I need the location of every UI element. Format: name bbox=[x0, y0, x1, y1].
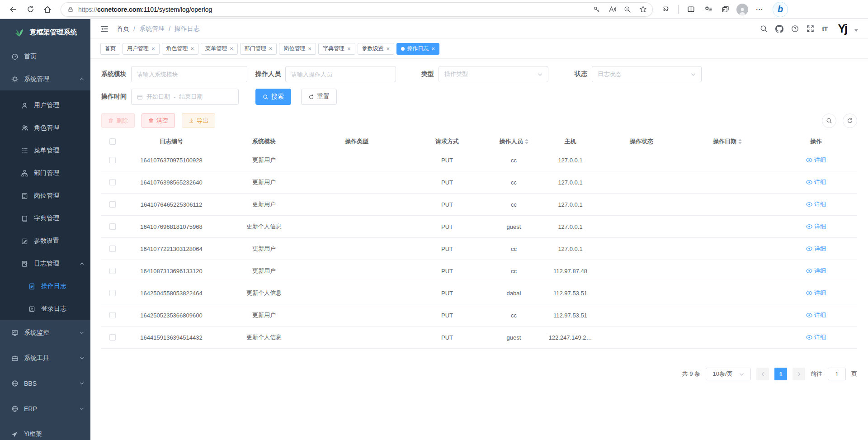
detail-link[interactable]: 详细 bbox=[806, 333, 826, 341]
tab-operation-log[interactable]: 操作日志× bbox=[396, 43, 439, 55]
github-link[interactable] bbox=[775, 25, 783, 33]
sidebar-item-yi-framework[interactable]: Yi框架 bbox=[0, 421, 90, 440]
sidebar-item-users[interactable]: 用户管理 bbox=[0, 94, 90, 117]
next-page-button[interactable] bbox=[793, 368, 805, 380]
extensions-button[interactable] bbox=[658, 2, 674, 17]
export-button[interactable]: 导出 bbox=[182, 113, 215, 128]
detail-link[interactable]: 详细 bbox=[806, 267, 826, 275]
sidebar-item-menus[interactable]: 菜单管理 bbox=[0, 139, 90, 162]
browser-profile-button[interactable] bbox=[735, 2, 750, 17]
sidebar-item-dictionary[interactable]: 字典管理 bbox=[0, 207, 90, 230]
prev-page-button[interactable] bbox=[756, 368, 769, 380]
password-button[interactable] bbox=[590, 2, 604, 17]
sidebar-item-roles[interactable]: 角色管理 bbox=[0, 117, 90, 139]
row-checkbox[interactable] bbox=[109, 334, 116, 341]
sort-carets-icon[interactable] bbox=[525, 139, 528, 144]
split-screen-button[interactable] bbox=[683, 2, 698, 17]
breadcrumb-home[interactable]: 首页 bbox=[117, 25, 129, 33]
sidebar-item-parameters[interactable]: 参数设置 bbox=[0, 230, 90, 252]
bing-copilot-icon[interactable]: b bbox=[773, 2, 788, 17]
sidebar-item-system[interactable]: 系统管理 bbox=[0, 68, 90, 90]
tab-close-icon[interactable]: × bbox=[308, 46, 311, 52]
tab-close-icon[interactable]: × bbox=[230, 46, 233, 52]
browser-refresh-button[interactable] bbox=[23, 2, 38, 17]
avatar-dropdown-caret-icon[interactable] bbox=[854, 29, 858, 32]
row-checkbox[interactable] bbox=[109, 268, 116, 274]
detail-link[interactable]: 详细 bbox=[806, 245, 826, 253]
header-search-button[interactable] bbox=[760, 25, 768, 33]
tab-close-icon[interactable]: × bbox=[431, 46, 435, 52]
tab-close-icon[interactable]: × bbox=[387, 46, 390, 52]
detail-link[interactable]: 详细 bbox=[806, 156, 826, 164]
sidebar-item-login-log[interactable]: 登录日志 bbox=[0, 298, 90, 320]
tab-close-icon[interactable]: × bbox=[269, 46, 273, 52]
tab-dept-management[interactable]: 部门管理× bbox=[240, 43, 277, 55]
detail-link[interactable]: 详细 bbox=[806, 200, 826, 208]
row-checkbox[interactable] bbox=[109, 223, 116, 230]
sidebar-item-erp[interactable]: ERP bbox=[0, 396, 90, 421]
row-checkbox[interactable] bbox=[109, 312, 116, 318]
font-size-icon[interactable]: tT bbox=[822, 25, 827, 33]
page-size-select[interactable]: 10条/页 bbox=[706, 368, 751, 380]
user-avatar-logo[interactable]: Yj bbox=[838, 23, 847, 34]
browser-settings-button[interactable]: ⋯ bbox=[752, 2, 767, 17]
detail-link[interactable]: 详细 bbox=[806, 222, 826, 231]
tab-role-management[interactable]: 角色管理× bbox=[162, 43, 199, 55]
delete-button[interactable]: 删除 bbox=[101, 113, 135, 128]
status-select[interactable]: 日志状态 bbox=[592, 66, 702, 82]
sidebar-item-bbs[interactable]: BBS bbox=[0, 371, 90, 396]
type-select[interactable]: 操作类型 bbox=[439, 66, 548, 82]
collections-button[interactable] bbox=[717, 2, 733, 17]
operator-input[interactable] bbox=[285, 66, 396, 82]
fullscreen-button[interactable] bbox=[807, 25, 814, 33]
detail-link[interactable]: 详细 bbox=[806, 178, 826, 186]
help-button[interactable] bbox=[791, 25, 799, 33]
detail-link[interactable]: 详细 bbox=[806, 289, 826, 297]
sidebar-item-posts[interactable]: 岗位管理 bbox=[0, 185, 90, 207]
tab-post-management[interactable]: 岗位管理× bbox=[279, 43, 316, 55]
browser-home-button[interactable] bbox=[40, 2, 55, 17]
zoom-out-button[interactable] bbox=[621, 2, 634, 17]
select-all-checkbox[interactable] bbox=[109, 138, 116, 145]
reset-button[interactable]: 重置 bbox=[301, 89, 337, 105]
sidebar-item-departments[interactable]: 部门管理 bbox=[0, 162, 90, 185]
tab-close-icon[interactable]: × bbox=[151, 46, 155, 52]
sidebar-item-monitor[interactable]: 系统监控 bbox=[0, 320, 90, 345]
row-checkbox[interactable] bbox=[109, 201, 116, 208]
date-range-picker[interactable]: 开始日期 - 结束日期 bbox=[131, 89, 239, 105]
header-operator-sortable[interactable]: 操作人员 bbox=[490, 137, 538, 146]
module-input[interactable] bbox=[131, 66, 247, 82]
tab-dict-management[interactable]: 字典管理× bbox=[318, 43, 355, 55]
clear-button[interactable]: 清空 bbox=[142, 113, 175, 128]
row-checkbox[interactable] bbox=[109, 246, 116, 252]
tab-param-settings[interactable]: 参数设置× bbox=[358, 43, 395, 55]
row-checkbox[interactable] bbox=[109, 179, 116, 185]
page-number-1[interactable]: 1 bbox=[774, 368, 787, 380]
favorites-button[interactable] bbox=[700, 2, 716, 17]
app-logo[interactable]: 意框架管理系统 bbox=[0, 19, 90, 45]
tab-close-icon[interactable]: × bbox=[191, 46, 194, 52]
toggle-search-button[interactable] bbox=[822, 114, 836, 128]
sidebar-item-home[interactable]: 首页 bbox=[0, 45, 90, 68]
sort-carets-icon[interactable] bbox=[738, 139, 742, 144]
tab-home[interactable]: 首页 bbox=[100, 43, 120, 55]
sidebar-item-tools[interactable]: 系统工具 bbox=[0, 345, 90, 371]
tab-menu-management[interactable]: 菜单管理× bbox=[201, 43, 238, 55]
read-aloud-button[interactable] bbox=[605, 2, 619, 17]
goto-page-input[interactable] bbox=[828, 368, 846, 380]
detail-link[interactable]: 详细 bbox=[806, 311, 826, 319]
row-checkbox[interactable] bbox=[109, 290, 116, 296]
tab-close-icon[interactable]: × bbox=[347, 46, 351, 52]
sidebar-item-operation-log[interactable]: 操作日志 bbox=[0, 275, 90, 298]
search-button[interactable]: 搜索 bbox=[255, 89, 291, 105]
address-bar[interactable]: https://ccnetcore.com:1101/system/log/op… bbox=[61, 2, 653, 17]
row-checkbox[interactable] bbox=[109, 157, 116, 163]
tab-user-management[interactable]: 用户管理× bbox=[123, 43, 160, 55]
sidebar-item-logs[interactable]: 日志管理 bbox=[0, 252, 90, 275]
breadcrumb-system[interactable]: 系统管理 bbox=[139, 25, 165, 33]
header-date-sortable[interactable]: 操作日期 bbox=[680, 137, 775, 146]
browser-back-button[interactable] bbox=[5, 2, 21, 17]
favorite-this-page-button[interactable] bbox=[636, 2, 650, 17]
refresh-table-button[interactable] bbox=[843, 114, 857, 128]
sidebar-collapse-button[interactable] bbox=[100, 25, 108, 33]
